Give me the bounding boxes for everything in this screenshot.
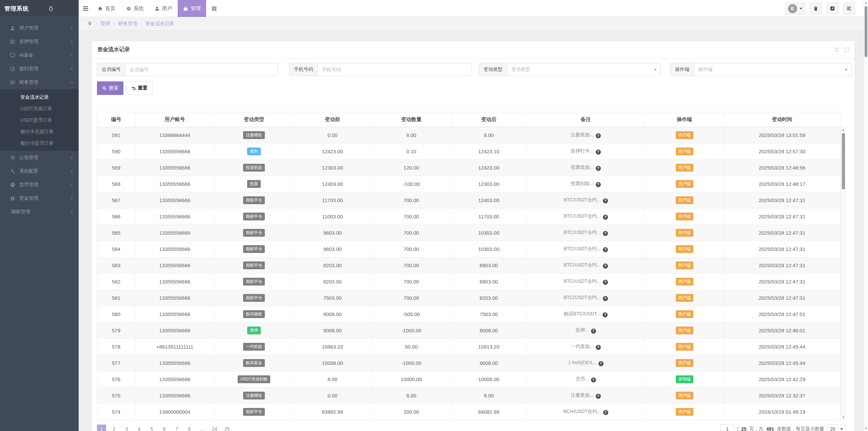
- list-icon: [846, 6, 852, 11]
- help-icon[interactable]: ?: [603, 280, 608, 285]
- cell-account: 13355556666: [135, 160, 215, 176]
- help-icon[interactable]: ?: [603, 263, 608, 269]
- cell-amount: 10000.00: [372, 371, 451, 388]
- page-jump-input[interactable]: [720, 424, 734, 431]
- terminal-badge: 用户端: [676, 343, 693, 350]
- help-icon[interactable]: ?: [603, 296, 608, 301]
- page-button-25[interactable]: 25: [222, 425, 232, 431]
- member-id-input[interactable]: [125, 63, 278, 76]
- total-pages: 25: [741, 426, 747, 431]
- page-button-1[interactable]: 1: [97, 425, 106, 431]
- reset-button[interactable]: 重置: [126, 81, 153, 95]
- breadcrumb-link-finance[interactable]: 财务管理: [118, 21, 137, 27]
- cell-before: 8008.00: [294, 306, 372, 322]
- table-row: 57513355556666注册赠送0.008.008.00注册奖励...?用户…: [97, 388, 841, 404]
- help-icon[interactable]: ?: [598, 361, 604, 366]
- help-icon[interactable]: ?: [591, 329, 596, 334]
- page-button-5[interactable]: 5: [147, 425, 156, 431]
- sidebar-item-8[interactable]: 赏金管理: [0, 192, 79, 205]
- help-icon[interactable]: ?: [603, 312, 608, 317]
- help-icon[interactable]: ?: [596, 345, 601, 350]
- menu-list-button[interactable]: [843, 2, 855, 15]
- page-button-4[interactable]: 4: [135, 425, 144, 431]
- cell-id: 586: [97, 209, 135, 225]
- topnav-item-system[interactable]: 系统: [121, 0, 149, 17]
- topnav-item-apps[interactable]: [206, 0, 222, 17]
- sidebar-item-3[interactable]: 签到管理: [0, 62, 79, 76]
- expand-icon[interactable]: [844, 47, 849, 52]
- user-menu-button[interactable]: E: [785, 2, 805, 15]
- page-scrollbar-thumb[interactable]: [865, 6, 867, 57]
- sidebar-item-9[interactable]: 期权管理: [0, 205, 79, 219]
- sidebar-subitem[interactable]: 银行卡提币订单: [0, 137, 79, 149]
- page-button-6[interactable]: 6: [160, 425, 169, 431]
- help-icon[interactable]: ?: [596, 133, 601, 138]
- help-icon[interactable]: ?: [596, 394, 601, 399]
- page-size-select[interactable]: 20: [827, 424, 846, 431]
- breadcrumb-link-records[interactable]: 资金流水记录: [145, 21, 174, 27]
- table-row: 58313355556666期权平仓8203.00700.008903.00BT…: [97, 257, 841, 274]
- topnav-item-home[interactable]: 首页: [92, 0, 121, 17]
- sidebar-subitem[interactable]: 银行卡充值订单: [0, 126, 79, 137]
- page-button-3[interactable]: 3: [122, 425, 131, 431]
- page-button-24[interactable]: 24: [210, 425, 219, 431]
- clear-cache-button[interactable]: [810, 2, 822, 15]
- scroll-up-icon[interactable]: ▲: [864, 1, 868, 5]
- cell-before: 0.00: [294, 388, 372, 404]
- page-scrollbar[interactable]: ▲ ▼: [864, 0, 868, 431]
- cell-terminal: 用户端: [645, 388, 724, 404]
- table-row: 57613355556666USDT充值到账8.0010000.0010008.…: [97, 371, 841, 388]
- terminal-select[interactable]: 操作端: [694, 63, 852, 76]
- help-icon[interactable]: ?: [603, 247, 608, 252]
- sidebar-item-0[interactable]: 用户管理: [0, 21, 79, 35]
- cell-type: 注册赠送: [215, 127, 294, 143]
- app-logo[interactable]: 管理系统: [0, 0, 79, 17]
- page-button-8[interactable]: 8: [185, 425, 194, 431]
- table-scrollbar[interactable]: ▲ ▼: [841, 127, 846, 420]
- help-icon[interactable]: ?: [596, 182, 601, 187]
- help-icon[interactable]: ?: [591, 377, 596, 383]
- caret-down-icon: [840, 428, 843, 430]
- help-icon[interactable]: ?: [603, 231, 608, 236]
- sidebar-item-6[interactable]: 系统配置: [0, 164, 79, 178]
- remark-text: BTC/USDT合约...: [564, 278, 601, 284]
- change-type-select[interactable]: 变动类型: [507, 63, 661, 76]
- cell-remark: BTC/USDT合约...?: [527, 225, 645, 241]
- topnav-item-users[interactable]: 用户: [149, 0, 178, 17]
- help-icon[interactable]: ?: [596, 150, 601, 155]
- sidebar-item-7[interactable]: P货币管理: [0, 178, 79, 192]
- sidebar-subitem[interactable]: 资金流水记录: [0, 91, 79, 103]
- sidebar-item-5[interactable]: 公告管理: [0, 151, 79, 164]
- remark-text: BTC/USDT合约...: [564, 295, 601, 300]
- phone-input[interactable]: [317, 63, 472, 76]
- sidebar-subitem[interactable]: USDT充值订单: [0, 103, 79, 114]
- help-icon[interactable]: ?: [603, 215, 608, 220]
- breadcrumb-link-manage[interactable]: 管理: [100, 21, 110, 27]
- gift-icon: [9, 196, 16, 201]
- page-button-7[interactable]: 7: [172, 425, 181, 431]
- sidebar-item-1[interactable]: 质押管理: [0, 35, 79, 48]
- hamburger-menu-icon[interactable]: [79, 0, 92, 17]
- search-button[interactable]: 搜索: [97, 81, 123, 95]
- topnav-item-manage[interactable]: 管理: [178, 0, 206, 17]
- help-icon[interactable]: ?: [603, 410, 608, 415]
- caret-down-icon: [845, 69, 848, 71]
- help-icon[interactable]: ?: [603, 198, 608, 203]
- scroll-down-icon[interactable]: ▼: [841, 415, 846, 419]
- type-badge: 注册赠送: [243, 392, 265, 399]
- fullscreen-button[interactable]: [826, 2, 839, 15]
- scroll-down-icon[interactable]: ▼: [864, 426, 868, 430]
- scroll-up-icon[interactable]: ▲: [841, 128, 846, 132]
- page-button-2[interactable]: 2: [110, 425, 119, 431]
- sidebar-item-4[interactable]: 财务管理: [0, 76, 79, 89]
- help-icon[interactable]: ?: [596, 166, 601, 171]
- cell-time: 2025/03/28 12:47:31: [724, 192, 841, 209]
- cell-terminal: 管理端: [645, 371, 724, 388]
- sidebar-subitem[interactable]: USDT提币订单: [0, 114, 79, 126]
- remark-text: 投票奖励...: [571, 164, 594, 170]
- sidebar-item-2[interactable]: AI基金: [0, 48, 79, 62]
- table-scrollbar-thumb[interactable]: [842, 133, 845, 189]
- cell-amount: 700.00: [372, 274, 451, 290]
- content: › 管理 › 财务管理 › 资金流水记录 资金流水记录: [79, 17, 864, 431]
- refresh-icon[interactable]: [834, 47, 839, 52]
